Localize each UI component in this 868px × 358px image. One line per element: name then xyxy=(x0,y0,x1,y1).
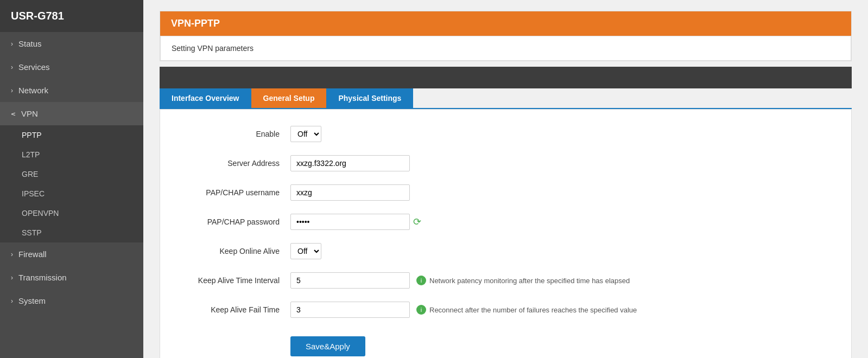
keep-alive-fail-control xyxy=(290,302,410,318)
keep-alive-interval-control xyxy=(290,272,410,289)
sidebar-item-services[interactable]: › Services xyxy=(0,55,143,79)
form-area: Enable Off On Server Address PAP/CHAP us… xyxy=(160,109,852,358)
form-row-password: PAP/CHAP password ⟳ xyxy=(171,214,840,230)
keep-alive-fail-label: Keep Alive Fail Time xyxy=(171,305,290,314)
save-row: Save&Apply xyxy=(171,331,840,356)
sidebar-subitem-openvpn[interactable]: OPENVPN xyxy=(0,203,143,223)
tab-interface-overview[interactable]: Interface Overview xyxy=(160,88,251,108)
username-label: PAP/CHAP username xyxy=(171,188,290,197)
tabs-row: Interface Overview General Setup Physica… xyxy=(160,88,852,109)
sidebar-title: USR-G781 xyxy=(0,0,143,32)
form-row-username: PAP/CHAP username xyxy=(171,184,840,201)
chevron-down-icon: ∨ xyxy=(10,111,17,116)
refresh-icon[interactable]: ⟳ xyxy=(413,216,421,228)
enable-control: Off On xyxy=(290,126,321,142)
sidebar-subitem-pptp[interactable]: PPTP xyxy=(0,125,143,145)
form-row-keep-alive-fail: Keep Alive Fail Time i Reconnect after t… xyxy=(171,302,840,318)
keep-online-control: Off On xyxy=(290,243,321,259)
form-row-enable: Enable Off On xyxy=(171,126,840,142)
info-icon: i xyxy=(416,276,426,285)
tab-physical-settings[interactable]: Physical Settings xyxy=(326,88,413,108)
keep-alive-interval-input[interactable] xyxy=(290,272,410,289)
sidebar: USR-G781 › Status › Services › Network ∨… xyxy=(0,0,143,358)
sidebar-item-label: VPN xyxy=(21,109,38,118)
main-content: VPN-PPTP Setting VPN parameters Interfac… xyxy=(143,0,868,358)
server-address-label: Server Address xyxy=(171,159,290,168)
sidebar-item-label: Status xyxy=(18,39,42,48)
sidebar-item-system[interactable]: › System xyxy=(0,289,143,312)
keep-alive-interval-label: Keep Alive Time Interval xyxy=(171,276,290,285)
sidebar-subitem-ipsec[interactable]: IPSEC xyxy=(0,184,143,203)
sidebar-item-label: System xyxy=(18,296,46,305)
password-input[interactable] xyxy=(290,214,410,230)
server-address-control xyxy=(290,155,410,171)
password-label: PAP/CHAP password xyxy=(171,218,290,226)
sidebar-item-transmission[interactable]: › Transmission xyxy=(0,266,143,289)
sidebar-item-label: Firewall xyxy=(18,250,47,259)
keep-alive-fail-hint: i Reconnect after the number of failures… xyxy=(416,305,637,315)
sidebar-subitem-gre[interactable]: GRE xyxy=(0,164,143,184)
keep-alive-fail-input[interactable] xyxy=(290,302,410,318)
enable-select[interactable]: Off On xyxy=(290,126,321,142)
form-row-keep-alive-interval: Keep Alive Time Interval i Network paten… xyxy=(171,272,840,289)
sidebar-item-vpn[interactable]: ∨ VPN xyxy=(0,102,143,125)
keep-online-select[interactable]: Off On xyxy=(290,243,321,259)
sidebar-item-firewall[interactable]: › Firewall xyxy=(0,242,143,266)
chevron-right-icon: › xyxy=(11,251,13,258)
sidebar-item-network[interactable]: › Network xyxy=(0,79,143,102)
chevron-right-icon: › xyxy=(11,63,13,71)
vpn-subitems: PPTP L2TP GRE IPSEC OPENVPN SSTP xyxy=(0,125,143,242)
chevron-right-icon: › xyxy=(11,297,13,305)
chevron-right-icon: › xyxy=(11,274,13,282)
keep-online-label: Keep Online Alive xyxy=(171,247,290,255)
sidebar-item-label: Network xyxy=(18,86,48,95)
sidebar-item-status[interactable]: › Status xyxy=(0,32,143,55)
vpn-title: VPN-PPTP xyxy=(160,11,851,36)
server-address-input[interactable] xyxy=(290,155,410,171)
info-icon-2: i xyxy=(416,305,426,315)
chevron-right-icon: › xyxy=(11,40,13,48)
sidebar-item-label: Transmission xyxy=(18,273,67,282)
chevron-right-icon: › xyxy=(11,87,13,94)
username-input[interactable] xyxy=(290,184,410,201)
enable-label: Enable xyxy=(171,130,290,138)
sidebar-item-label: Services xyxy=(18,62,50,72)
sidebar-subitem-l2tp[interactable]: L2TP xyxy=(0,145,143,164)
tab-general-setup[interactable]: General Setup xyxy=(251,88,327,108)
form-row-keep-online: Keep Online Alive Off On xyxy=(171,243,840,259)
username-control xyxy=(290,184,410,201)
password-control: ⟳ xyxy=(290,214,421,230)
vpn-header: VPN-PPTP Setting VPN parameters xyxy=(160,11,852,61)
sidebar-subitem-sstp[interactable]: SSTP xyxy=(0,223,143,242)
form-row-server-address: Server Address xyxy=(171,155,840,171)
vpn-subtitle: Setting VPN parameters xyxy=(160,36,851,61)
keep-alive-interval-hint: i Network patency monitoring after the s… xyxy=(416,276,630,285)
save-apply-button[interactable]: Save&Apply xyxy=(290,336,365,356)
dark-bar xyxy=(160,67,852,88)
